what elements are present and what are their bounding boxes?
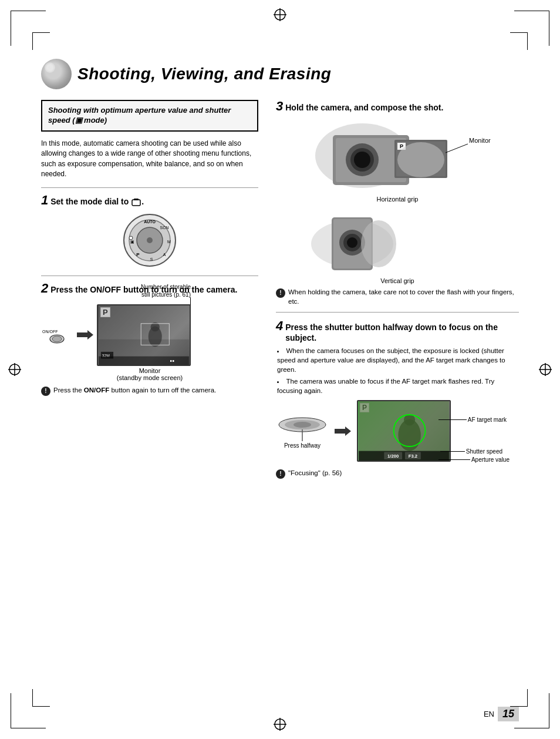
svg-text:∎∎: ∎∎ — [170, 358, 174, 362]
step2-note-text: Press the ON/OFF button again to turn of… — [53, 386, 216, 395]
section-intro-text: In this mode, automatic camera shooting … — [41, 139, 258, 180]
svg-line-50 — [446, 144, 468, 153]
svg-text:F3.2: F3.2 — [409, 454, 417, 459]
vertical-grip-illustration — [294, 209, 519, 275]
monitor-label-step2: Monitor(standby mode screen) — [41, 367, 258, 381]
svg-point-58 — [347, 237, 357, 248]
svg-point-59 — [361, 220, 396, 267]
step4-text: Press the shutter button halfway down to… — [285, 322, 519, 343]
af-preview-icon: 1/200 F3.2 — [358, 401, 450, 461]
divider — [41, 187, 258, 188]
step2-number: 2 — [41, 282, 48, 295]
divider3 — [276, 312, 519, 313]
svg-text:▣: ▣ — [130, 240, 134, 244]
vertical-grip-label: Vertical grip — [276, 277, 519, 284]
camera-preview-icon: 32M ∎∎ — [98, 305, 190, 365]
margin-line — [32, 706, 50, 707]
mode-dial-container: AUTO SCN M A S P ▣ — [41, 213, 258, 268]
horizontal-grip-svg: P Monitor — [276, 117, 519, 194]
corner-decoration-bottom-left — [11, 693, 46, 728]
step3-note: ! When holding the camera, take care not… — [276, 288, 519, 306]
shutter-speed-label: Shutter speed — [466, 448, 502, 455]
shutter-button-icon — [276, 413, 329, 442]
step3-number: 3 — [276, 100, 283, 113]
step1-number: 1 — [41, 194, 48, 207]
storable-label: Number of storablestill pictures (p. 61) — [120, 283, 191, 298]
page-title: Shooting, Viewing, and Erasing — [77, 65, 331, 83]
divider2 — [41, 276, 258, 276]
horiz-grip-label: Horizontal grip — [276, 196, 519, 203]
crosshair-bottom-icon — [274, 718, 286, 731]
step4-bullet1: When the camera focuses on the subject, … — [277, 346, 519, 374]
svg-point-44 — [354, 152, 370, 168]
svg-point-62 — [294, 422, 311, 428]
vertical-grip-svg — [294, 209, 411, 273]
page-number: 15 — [498, 707, 519, 721]
svg-text:SCN: SCN — [160, 226, 168, 230]
svg-point-25 — [129, 236, 133, 240]
svg-marker-64 — [335, 426, 351, 436]
svg-text:Monitor: Monitor — [469, 137, 491, 144]
svg-point-28 — [52, 336, 62, 342]
svg-text:AUTO: AUTO — [144, 220, 156, 224]
svg-point-52 — [397, 142, 444, 177]
crosshair-top-icon — [274, 8, 286, 21]
title-icon — [41, 59, 72, 89]
svg-rect-30 — [99, 305, 189, 340]
corner-decoration-top-left — [11, 11, 46, 46]
step4-header: 4 Press the shutter button halfway down … — [276, 320, 519, 343]
svg-text:A: A — [163, 253, 166, 257]
svg-text:ON/OFF: ON/OFF — [42, 330, 58, 334]
svg-text:S: S — [150, 257, 153, 261]
svg-text:P: P — [400, 143, 403, 149]
page-number-area: EN 15 — [484, 707, 519, 721]
crosshair-left-icon — [8, 363, 21, 376]
monitor-step4: P — [357, 400, 451, 462]
step2-note: ! Press the ON/OFF button again to turn … — [41, 386, 258, 396]
note-icon: ! — [41, 387, 50, 396]
svg-marker-29 — [77, 330, 93, 340]
margin-line — [527, 689, 528, 707]
step4-bullet2: The camera was unable to focus if the AF… — [277, 377, 519, 395]
horizontal-grip-illustration: P Monitor Horizontal grip — [276, 117, 519, 203]
margin-line — [32, 32, 50, 33]
step4-note: ! "Focusing" (p. 56) — [276, 469, 519, 479]
margin-line — [510, 32, 528, 33]
note-icon2: ! — [276, 288, 285, 298]
press-halfway-label: Press halfway — [284, 442, 321, 449]
note-icon3: ! — [276, 469, 285, 479]
svg-rect-12 — [132, 200, 140, 206]
step2-illustration: ON/OFF Number of storablestill pictures … — [41, 298, 258, 366]
step4-note-text: "Focusing" (p. 56) — [288, 469, 342, 478]
svg-text:M: M — [167, 240, 171, 244]
step3-note-text: When holding the camera, take care not t… — [288, 288, 519, 306]
svg-rect-69 — [359, 451, 449, 461]
svg-text:P: P — [136, 252, 140, 257]
step3-section: 3 Hold the camera, and compose the shot. — [276, 100, 519, 313]
step1-header: 1 Set the mode dial to . — [41, 194, 258, 207]
corner-decoration-bottom-right — [514, 693, 549, 728]
svg-rect-13 — [134, 199, 139, 200]
step3-header: 3 Hold the camera, and compose the shot. — [276, 100, 519, 113]
arrow-right-icon2 — [335, 425, 351, 437]
svg-rect-37 — [99, 356, 189, 364]
af-target-label: AF target mark — [468, 416, 507, 423]
step4-number: 4 — [276, 320, 283, 332]
svg-point-17 — [147, 237, 153, 243]
svg-text:1/200: 1/200 — [387, 454, 399, 459]
margin-line — [32, 32, 33, 50]
en-label: EN — [484, 710, 494, 718]
page-title-wrapper: Shooting, Viewing, and Erasing — [41, 59, 519, 89]
monitor-screen-step2: P — [97, 304, 191, 366]
margin-line — [32, 689, 33, 707]
section-box: Shooting with optimum aperture value and… — [41, 100, 258, 132]
aperture-value-label: Aperture value — [471, 456, 510, 463]
svg-point-67 — [404, 414, 415, 425]
step4-bullets: When the camera focuses on the subject, … — [276, 346, 519, 395]
onoff-button-icon: ON/OFF — [41, 326, 73, 344]
margin-line — [527, 32, 528, 50]
arrow-right-icon — [77, 329, 93, 341]
step3-text: Hold the camera, and compose the shot. — [285, 102, 443, 113]
section-box-title: Shooting with optimum aperture value and… — [48, 106, 251, 126]
step4-section: 4 Press the shutter button halfway down … — [276, 320, 519, 479]
